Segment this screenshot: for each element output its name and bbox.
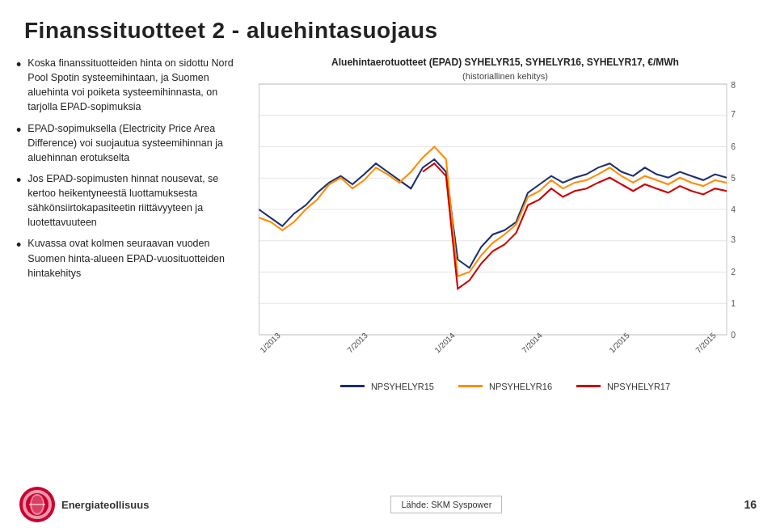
svg-text:7: 7 <box>731 110 736 119</box>
logo-text: Energiateollisuus <box>61 499 149 511</box>
svg-text:2: 2 <box>731 267 736 276</box>
bullet-list: Koska finanssituotteiden hinta on sidott… <box>16 56 234 281</box>
bullet-item: Jos EPAD-sopimusten hinnat nousevat, se … <box>16 171 234 230</box>
x-axis: 1/20137/20131/20147/20141/20157/2015 <box>255 336 715 348</box>
legend-item: NPSYHELYR17 <box>576 382 670 391</box>
svg-text:1: 1 <box>731 299 736 308</box>
chart-title: Aluehintaerotuotteet (EPAD) SYHELYR15, S… <box>331 56 679 70</box>
chart-subtitle: (historiallinen kehitys) <box>462 71 548 81</box>
chart-legend: NPSYHELYR15NPSYHELYR16NPSYHELYR17 <box>340 382 670 391</box>
svg-text:0: 0 <box>731 331 736 340</box>
chart-container: 0 1 2 3 4 5 6 7 8 1/20137/20131/20147/20… <box>255 84 756 359</box>
footer: Energiateollisuus Lähde: SKM Syspower 16 <box>0 487 776 522</box>
bullet-item: Koska finanssituotteiden hinta on sidott… <box>16 56 234 115</box>
legend-line-red <box>576 385 601 387</box>
svg-text:3: 3 <box>731 235 736 244</box>
bullet-item: EPAD-sopimuksella (Electricity Price Are… <box>16 121 234 165</box>
legend-item: NPSYHELYR15 <box>340 382 434 391</box>
logo-icon <box>19 487 55 522</box>
logo-area: Energiateollisuus <box>19 487 149 522</box>
svg-text:8: 8 <box>731 81 736 90</box>
svg-point-19 <box>21 488 53 521</box>
page-title: Finanssituotteet 2 - aluehintasuojaus <box>0 0 776 52</box>
legend-line-blue <box>340 385 365 387</box>
bullet-item: Kuvassa ovat kolmen seuraavan vuoden Suo… <box>16 236 234 280</box>
chart-area: Aluehintaerotuotteet (EPAD) SYHELYR15, S… <box>242 56 760 391</box>
legend-label: NPSYHELYR15 <box>371 382 434 391</box>
page-number: 16 <box>744 498 757 511</box>
svg-text:5: 5 <box>731 174 736 183</box>
svg-text:4: 4 <box>731 205 736 214</box>
legend-item: NPSYHELYR16 <box>458 382 552 391</box>
legend-line-orange <box>458 385 483 387</box>
svg-point-20 <box>31 495 44 514</box>
chart-svg: 0 1 2 3 4 5 6 7 8 <box>255 84 748 335</box>
legend-label: NPSYHELYR16 <box>489 382 552 391</box>
legend-label: NPSYHELYR17 <box>607 382 670 391</box>
left-column: Koska finanssituotteiden hinta on sidott… <box>16 56 242 391</box>
svg-text:6: 6 <box>731 141 736 150</box>
source-label: Lähde: SKM Syspower <box>390 496 502 513</box>
